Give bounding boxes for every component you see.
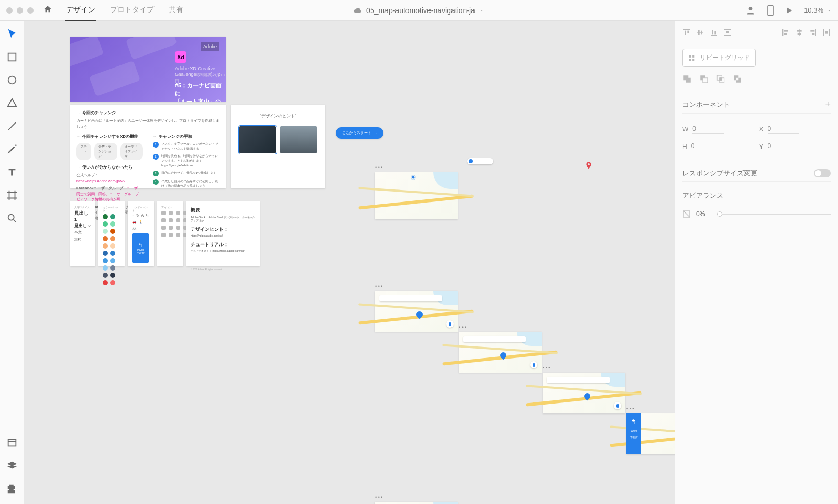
select-tool[interactable] xyxy=(6,28,18,40)
svg-point-0 xyxy=(749,7,753,10)
about-label-2: デザインヒント： xyxy=(191,226,256,233)
svg-rect-15 xyxy=(712,30,713,34)
artboard-about[interactable]: 概要 Adobe Stock： Adobe Stockテンプレート、カーモックア… xyxy=(186,201,260,266)
traffic-close[interactable] xyxy=(6,7,13,14)
tab-prototype[interactable]: プロトタイプ xyxy=(109,0,155,21)
ellipse-tool[interactable] xyxy=(6,74,18,86)
artboard-tool[interactable] xyxy=(6,189,18,201)
location-dot-icon[interactable] xyxy=(411,173,416,178)
avatar-icon[interactable] xyxy=(745,5,756,16)
artboard-color-palette[interactable]: カラーパレット xyxy=(98,201,125,266)
artboard-map[interactable]: • • • xyxy=(375,502,458,504)
traffic-minimize[interactable] xyxy=(17,7,23,14)
left-toolbar xyxy=(0,21,24,504)
color-swatch xyxy=(110,214,115,219)
opacity-value: 0% xyxy=(696,210,712,218)
artboard-map[interactable]: • • • xyxy=(543,373,625,413)
plugins-panel-icon[interactable] xyxy=(6,483,18,495)
hints-title: ［デザインのヒント］ xyxy=(239,113,317,119)
add-component-button[interactable]: + xyxy=(825,99,831,110)
height-input[interactable] xyxy=(691,141,723,151)
device-preview-icon[interactable] xyxy=(766,5,775,16)
tab-design[interactable]: デザイン xyxy=(65,0,96,21)
artboard-hero[interactable]: Adobe Xd Adobe XD Creative Challenge シーズ… xyxy=(70,37,226,102)
play-icon[interactable] xyxy=(785,6,793,15)
svg-rect-29 xyxy=(823,29,824,36)
map-pin-icon[interactable] xyxy=(585,161,593,170)
slider-component[interactable] xyxy=(467,158,493,164)
right-panel: リピートグリッド コンポーネント + W X H Y レスポンシブサイズ変更 xyxy=(675,21,838,504)
responsive-toggle[interactable] xyxy=(814,169,831,177)
color-swatch xyxy=(103,236,108,241)
text-tool[interactable] xyxy=(6,166,18,178)
sg-caption: 注釈 xyxy=(74,237,91,242)
artboard-map[interactable]: • • • xyxy=(375,291,458,332)
document-title[interactable]: 05_map-automotive-navigation-ja xyxy=(354,6,484,15)
svg-rect-33 xyxy=(692,55,694,57)
svg-rect-35 xyxy=(692,59,694,61)
color-swatch xyxy=(110,251,115,256)
about-label-3: チュートリアル： xyxy=(191,241,256,248)
mode-tabs: デザイン プロトタイプ 共有 xyxy=(65,0,184,21)
artboard-map-with-nav[interactable]: • • • ↰ 900m で左折 xyxy=(626,413,675,454)
polygon-tool[interactable] xyxy=(6,97,18,109)
home-icon[interactable] xyxy=(43,5,52,16)
pen-tool[interactable] xyxy=(6,143,18,155)
instructions-heading-1: 今回のチャレンジ xyxy=(76,110,219,116)
path-subtract-icon[interactable] xyxy=(699,74,709,84)
align-hcenter-icon[interactable] xyxy=(795,28,803,37)
path-exclude-icon[interactable] xyxy=(733,74,742,84)
align-right-icon[interactable] xyxy=(809,28,817,37)
zoom-value: 10.3% xyxy=(804,6,823,14)
align-bottom-icon[interactable] xyxy=(710,28,718,37)
zoom-tool[interactable] xyxy=(6,212,18,224)
opacity-control: 0% xyxy=(682,210,831,218)
x-input[interactable] xyxy=(768,124,799,134)
repeat-grid-button[interactable]: リピートグリッド xyxy=(682,49,756,67)
svg-rect-30 xyxy=(829,29,830,36)
color-swatch xyxy=(110,273,115,278)
svg-rect-25 xyxy=(798,33,801,35)
align-left-icon[interactable] xyxy=(781,28,790,37)
rectangle-tool[interactable] xyxy=(6,51,18,63)
traffic-zoom[interactable] xyxy=(27,7,34,14)
distribute-v-icon[interactable] xyxy=(723,28,732,37)
feature-pills: ステート 音声トランジション オーディオファイル xyxy=(76,143,144,160)
sg-colors-title: カラーパレット xyxy=(103,206,120,212)
artboard-map[interactable]: • • • xyxy=(459,332,542,373)
artboard-instructions[interactable]: 今回のチャレンジ カーナビ画面に「ルート案内」のユーザー体験をデザインし、プロト… xyxy=(70,105,226,188)
layers-panel-icon[interactable] xyxy=(6,460,18,472)
artboard-components[interactable]: コンポーネント ↑↻A⇆ 🚗🚶🚲 ↰ 900m で左折 xyxy=(128,201,154,266)
height-label: H xyxy=(682,143,687,150)
svg-rect-28 xyxy=(812,33,814,35)
svg-rect-17 xyxy=(724,29,731,30)
svg-rect-16 xyxy=(714,31,716,34)
artboard-text-styles[interactable]: 文字スタイル 見出し 1 見出し 2 本文 注釈 xyxy=(70,201,95,266)
svg-rect-27 xyxy=(810,30,814,32)
svg-point-4 xyxy=(8,215,14,220)
path-intersect-icon[interactable] xyxy=(716,74,725,84)
svg-rect-24 xyxy=(797,30,801,32)
svg-rect-19 xyxy=(726,31,729,33)
align-vcenter-icon[interactable] xyxy=(696,28,704,37)
artboard-hints[interactable]: ［デザインのヒント］ Android Auto Hyundai Bluelink xyxy=(231,105,325,188)
tab-share[interactable]: 共有 xyxy=(168,0,184,21)
align-top-icon[interactable] xyxy=(682,28,691,37)
instructions-heading-3: 使い方が分からなかったら xyxy=(76,164,144,171)
zoom-dropdown[interactable]: 10.3% xyxy=(804,6,832,14)
start-here-button[interactable]: ここからスタート → xyxy=(336,127,383,139)
assets-panel-icon[interactable] xyxy=(6,437,18,449)
artboard-icons[interactable]: アイコン xyxy=(157,201,183,266)
artboard-map-base[interactable]: • • • xyxy=(375,172,458,219)
sg-body: 本文 xyxy=(74,230,91,235)
fb-label: Facebookユーザーグループ： xyxy=(76,186,127,190)
design-canvas[interactable]: Adobe Xd Adobe XD Creative Challenge シーズ… xyxy=(24,21,675,504)
line-tool[interactable] xyxy=(6,120,18,132)
path-add-icon[interactable] xyxy=(682,74,692,84)
distribute-h-icon[interactable] xyxy=(822,28,831,37)
width-input[interactable] xyxy=(692,124,724,134)
opacity-slider[interactable] xyxy=(717,214,831,215)
color-swatch xyxy=(103,251,108,256)
y-input[interactable] xyxy=(768,141,799,151)
svg-rect-21 xyxy=(784,30,788,32)
